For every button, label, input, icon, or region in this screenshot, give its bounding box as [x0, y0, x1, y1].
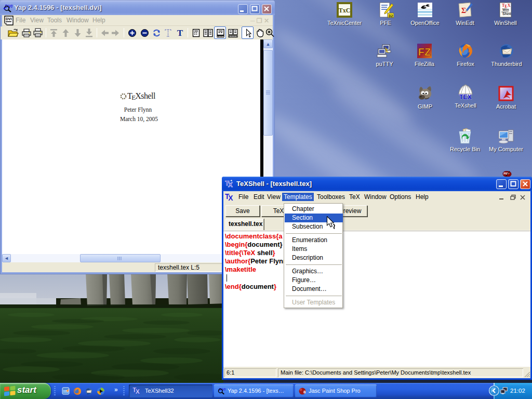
svg-text:T: T: [177, 28, 183, 38]
svg-text:DVI: DVI: [6, 17, 12, 21]
svg-text:Σ: Σ: [461, 7, 466, 15]
svg-text:TEX: TEX: [459, 94, 472, 101]
svg-text:8: 8: [303, 390, 306, 394]
svg-text:TxC: TxC: [339, 7, 351, 14]
svg-text:Win: Win: [502, 8, 509, 11]
svg-text:X: X: [228, 194, 233, 202]
svg-text:X: X: [228, 181, 233, 188]
svg-text:32: 32: [389, 14, 393, 18]
svg-text:FZ: FZ: [418, 46, 431, 58]
svg-text:Shell: Shell: [502, 12, 511, 16]
svg-text:X: X: [136, 388, 140, 395]
